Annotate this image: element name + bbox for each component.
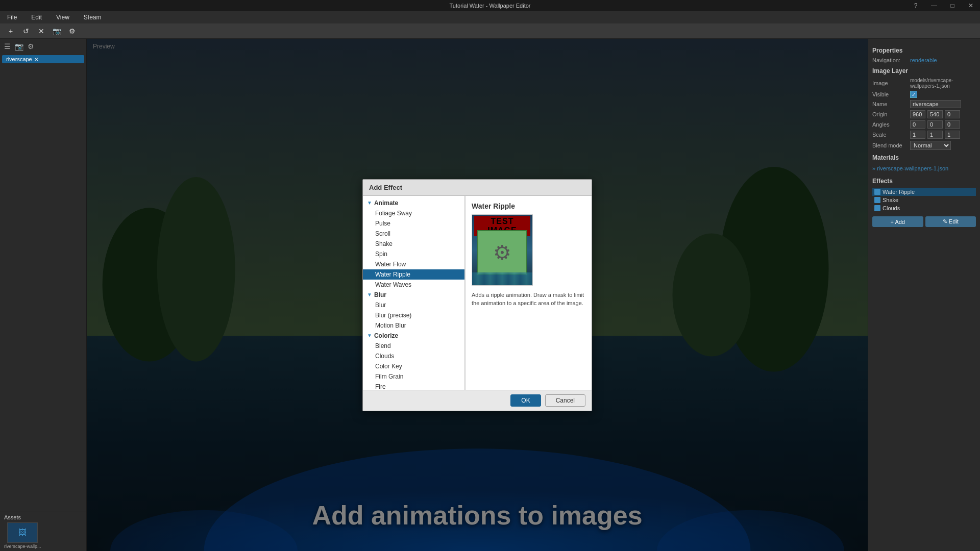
camera-button[interactable]: 📷 — [50, 25, 63, 37]
effect-blend[interactable]: Blend — [363, 341, 464, 351]
canvas-area: Preview Add animations to images Add Eff… — [87, 39, 868, 551]
effect-blur[interactable]: Blur — [363, 300, 464, 310]
origin-label: Origin — [872, 111, 908, 117]
origin-x-input[interactable] — [910, 110, 925, 118]
effect-thumb-inner: TEST IMAGE ⚙ — [472, 215, 532, 285]
chevron-down-blur-icon: ▼ — [367, 292, 372, 297]
category-animate[interactable]: ▼ Animate — [363, 198, 464, 208]
visible-label: Visible — [872, 91, 908, 97]
effect-item-water-ripple[interactable]: Water Ripple — [872, 188, 976, 196]
effect-clouds-icon — [874, 205, 880, 211]
effect-description: Adds a ripple animation. Draw a mask to … — [472, 291, 585, 384]
minimize-button[interactable]: — — [925, 0, 943, 11]
effect-water-ripple-icon — [874, 189, 880, 195]
effect-item-clouds[interactable]: Clouds — [872, 204, 976, 212]
materials-title: Materials — [872, 154, 976, 161]
layer-close-icon[interactable]: ✕ — [34, 57, 38, 62]
effect-item-shake[interactable]: Shake — [872, 196, 976, 204]
scale-y-input[interactable] — [927, 131, 943, 139]
angles-x-input[interactable] — [910, 120, 925, 129]
window-controls[interactable]: ? — □ ✕ — [906, 0, 980, 11]
effect-color-key[interactable]: Color Key — [363, 361, 464, 371]
menu-view[interactable]: View — [53, 13, 72, 22]
origin-z-input[interactable] — [945, 110, 960, 118]
origin-row: Origin — [872, 110, 976, 118]
right-panel: Properties Navigation: renderable Image … — [868, 39, 980, 551]
menu-steam[interactable]: Steam — [81, 13, 105, 22]
name-row: Name — [872, 100, 976, 108]
effect-clouds-label: Clouds — [883, 205, 900, 211]
layer-tab[interactable]: riverscape ✕ — [2, 55, 84, 63]
dialog-title: Add Effect — [369, 184, 402, 191]
effect-foliage-sway[interactable]: Foliage Sway — [363, 208, 464, 218]
materials-link[interactable]: » riverscape-wallpapers-1.json — [872, 164, 976, 172]
effect-scroll[interactable]: Scroll — [363, 229, 464, 239]
effect-blur-precise[interactable]: Blur (precise) — [363, 310, 464, 320]
origin-y-input[interactable] — [927, 110, 943, 118]
edit-effect-button[interactable]: ✎ Edit — [925, 216, 976, 227]
effect-water-ripple[interactable]: Water Ripple — [363, 269, 464, 280]
effects-title: Effects — [872, 178, 976, 185]
app-title: Tutorial Water - Wallpaper Editor — [450, 3, 531, 9]
effect-pulse[interactable]: Pulse — [363, 218, 464, 229]
add-effect-dialog: Add Effect ▼ Animate Foliage Sway Pulse … — [362, 179, 592, 411]
gear-area: ⚙ — [477, 230, 527, 275]
blend-select[interactable]: Normal — [910, 141, 951, 150]
effect-water-ripple-label: Water Ripple — [883, 189, 915, 195]
angles-y-input[interactable] — [927, 120, 943, 129]
category-blur-label: Blur — [374, 291, 386, 298]
camera-panel-icon[interactable]: 📷 — [15, 42, 23, 51]
add-toolbar-button[interactable]: + — [4, 25, 17, 37]
effect-preview-thumbnail: TEST IMAGE ⚙ — [472, 214, 533, 286]
chevron-down-icon: ▼ — [367, 200, 372, 206]
menu-edit[interactable]: Edit — [28, 13, 45, 22]
refresh-button[interactable]: ↺ — [19, 25, 33, 37]
effect-water-flow[interactable]: Water Flow — [363, 259, 464, 269]
effect-spin[interactable]: Spin — [363, 249, 464, 259]
visible-checkbox[interactable]: ✓ — [910, 91, 917, 98]
asset-item[interactable]: 🖼 riverscape-wallp... — [4, 522, 41, 549]
effect-motion-blur[interactable]: Motion Blur — [363, 320, 464, 331]
navigation-link[interactable]: renderable — [910, 57, 937, 63]
close-button[interactable]: ✕ — [962, 0, 980, 11]
maximize-button[interactable]: □ — [943, 0, 962, 11]
angles-z-input[interactable] — [945, 120, 960, 129]
list-icon[interactable]: ☰ — [4, 42, 11, 51]
blend-label: Blend mode — [872, 142, 908, 148]
effect-preview-panel: Water Ripple TEST IMAGE ⚙ Adds a ripple … — [465, 196, 592, 390]
layer-tab-label: riverscape — [6, 56, 32, 62]
assets-list: 🖼 riverscape-wallp... — [4, 522, 82, 549]
cancel-button[interactable]: Cancel — [545, 394, 585, 407]
effect-water-waves[interactable]: Water Waves — [363, 280, 464, 290]
assets-panel: Assets 🖼 riverscape-wallp... — [0, 512, 86, 551]
scale-x-input[interactable] — [910, 131, 925, 139]
category-blur[interactable]: ▼ Blur — [363, 290, 464, 300]
settings-button[interactable]: ⚙ — [65, 25, 79, 37]
left-panel-header: ☰ 📷 ⚙ — [0, 39, 86, 54]
ok-button[interactable]: OK — [510, 394, 541, 407]
help-button[interactable]: ? — [906, 0, 925, 11]
assets-title: Assets — [4, 514, 82, 520]
name-input[interactable] — [910, 100, 961, 108]
settings-panel-icon[interactable]: ⚙ — [28, 42, 34, 51]
angles-label: Angles — [872, 121, 908, 128]
add-effect-button[interactable]: + Add — [872, 216, 923, 227]
thumb-waves — [472, 272, 532, 285]
scale-z-input[interactable] — [945, 131, 960, 139]
asset-thumbnail[interactable]: 🖼 — [7, 522, 38, 543]
menu-file[interactable]: File — [4, 13, 20, 22]
dialog-body: ▼ Animate Foliage Sway Pulse Scroll Shak… — [363, 196, 592, 390]
close-toolbar-button[interactable]: ✕ — [35, 25, 48, 37]
effect-clouds[interactable]: Clouds — [363, 351, 464, 361]
menubar: File Edit View Steam — [0, 11, 980, 23]
image-row: Image models/riverscape-wallpapers-1.jso… — [872, 78, 976, 89]
image-value: models/riverscape-wallpapers-1.json — [910, 78, 976, 89]
navigation-row: Navigation: renderable — [872, 57, 976, 63]
scale-row: Scale — [872, 131, 976, 139]
effect-shake[interactable]: Shake — [363, 239, 464, 249]
effect-film-grain[interactable]: Film Grain — [363, 371, 464, 382]
name-label: Name — [872, 101, 908, 107]
asset-name: riverscape-wallp... — [4, 544, 41, 549]
effect-fire[interactable]: Fire — [363, 382, 464, 390]
category-colorize[interactable]: ▼ Colorize — [363, 331, 464, 341]
